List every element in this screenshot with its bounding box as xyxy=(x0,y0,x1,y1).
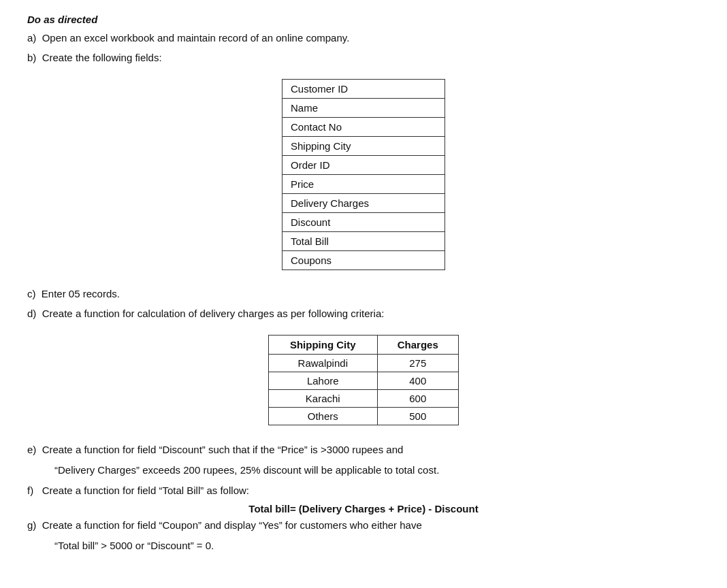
label-b: b) xyxy=(27,52,42,63)
field-name: Delivery Charges xyxy=(282,194,445,213)
table-row: Others500 xyxy=(269,408,459,425)
charges-cell: 500 xyxy=(377,408,458,425)
label-f: f) xyxy=(27,485,42,496)
field-name: Coupons xyxy=(282,251,445,270)
field-name: Customer ID xyxy=(282,80,445,99)
table-row: Customer ID xyxy=(282,80,445,99)
field-name: Shipping City xyxy=(282,137,445,156)
instruction-e-line2: “Delivery Charges” exceeds 200 rupees, 2… xyxy=(54,462,667,478)
city-cell: Rawalpindi xyxy=(269,355,378,372)
table-row: Delivery Charges xyxy=(282,194,445,213)
field-name: Contact No xyxy=(282,118,445,137)
city-cell: Lahore xyxy=(269,372,378,390)
shipping-city-header: Shipping City xyxy=(269,336,378,355)
field-name: Name xyxy=(282,99,445,118)
charges-header: Charges xyxy=(377,336,458,355)
label-a: a) xyxy=(27,32,42,44)
page-title: Do as directed xyxy=(27,14,700,25)
fields-table: Customer IDNameContact NoShipping CityOr… xyxy=(282,79,445,270)
instruction-c: c) Enter 05 records. xyxy=(27,287,700,302)
instruction-e: e) Create a function for field “Discount… xyxy=(27,442,640,458)
instruction-g: g) Create a function for field “Coupon” … xyxy=(27,517,640,534)
charges-cell: 600 xyxy=(377,390,458,408)
shipping-table: Shipping City Charges Rawalpindi275Lahor… xyxy=(268,335,459,425)
fields-table-container: Customer IDNameContact NoShipping CityOr… xyxy=(27,79,700,270)
table-row: Karachi600 xyxy=(269,390,459,408)
table-row: Total Bill xyxy=(282,232,445,251)
table-row: Name xyxy=(282,99,445,118)
field-name: Discount xyxy=(282,213,445,232)
city-cell: Karachi xyxy=(269,390,378,408)
table-row: Coupons xyxy=(282,251,445,270)
shipping-table-container: Shipping City Charges Rawalpindi275Lahor… xyxy=(27,335,700,425)
field-name: Order ID xyxy=(282,156,445,175)
field-name: Total Bill xyxy=(282,232,445,251)
city-cell: Others xyxy=(269,408,378,425)
instruction-b: b) Create the following fields: xyxy=(27,50,700,66)
charges-cell: 400 xyxy=(377,372,458,390)
instruction-f: f) Create a function for field “Total Bi… xyxy=(27,483,640,499)
instruction-a: a) Open an excel workbook and maintain r… xyxy=(27,31,700,46)
charges-cell: 275 xyxy=(377,355,458,372)
table-row: Price xyxy=(282,175,445,194)
table-row: Shipping City xyxy=(282,137,445,156)
instruction-d: d) Create a function for calculation of … xyxy=(27,306,700,322)
table-row: Lahore400 xyxy=(269,372,459,390)
instruction-g-line2: “Total bill” > 5000 or “Discount” = 0. xyxy=(54,538,667,554)
label-e: e) xyxy=(27,444,42,455)
label-c: c) xyxy=(27,288,42,299)
table-row: Discount xyxy=(282,213,445,232)
table-row: Rawalpindi275 xyxy=(269,355,459,372)
formula: Total bill= (Delivery Charges + Price) -… xyxy=(27,503,700,514)
field-name: Price xyxy=(282,175,445,194)
label-d: d) xyxy=(27,308,42,319)
table-row: Order ID xyxy=(282,156,445,175)
label-g: g) xyxy=(27,519,42,531)
table-row: Contact No xyxy=(282,118,445,137)
